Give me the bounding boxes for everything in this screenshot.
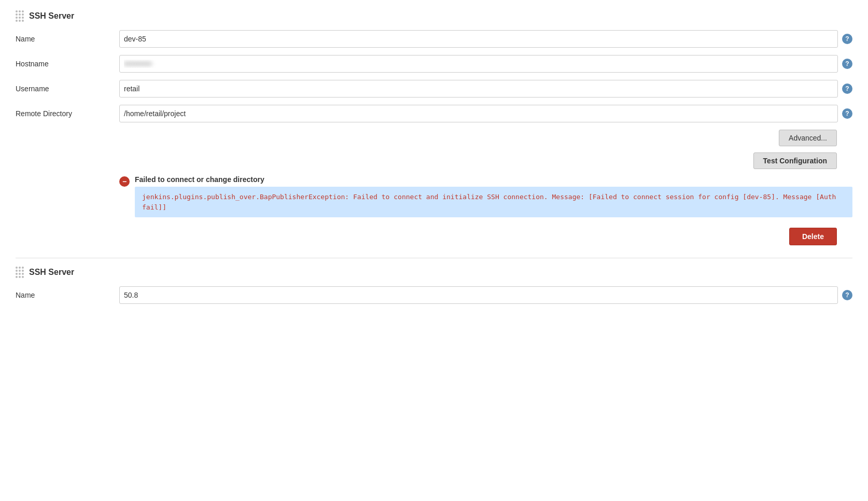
- advanced-button-row: Advanced...: [16, 130, 852, 146]
- username-input[interactable]: [119, 80, 838, 98]
- drag-handle-1[interactable]: [16, 10, 25, 22]
- error-section: − Failed to connect or change directory …: [119, 175, 852, 217]
- remote-directory-row: Remote Directory ?: [16, 105, 852, 122]
- hostname-label: Hostname: [16, 60, 119, 68]
- name-input-wrap: ?: [119, 30, 852, 48]
- advanced-button[interactable]: Advanced...: [779, 130, 837, 146]
- remote-directory-input-wrap: ?: [119, 105, 852, 122]
- name-input[interactable]: [119, 30, 838, 48]
- name-label: Name: [16, 35, 119, 43]
- username-row: Username ?: [16, 80, 852, 98]
- remote-directory-label: Remote Directory: [16, 109, 119, 118]
- name-help-icon[interactable]: ?: [842, 34, 852, 44]
- name-input-wrap-2: ?: [119, 286, 852, 304]
- drag-handle-2[interactable]: [16, 267, 25, 278]
- section-divider: [16, 258, 852, 258]
- page-container: SSH Server Name ? Hostname ? Username ?: [0, 0, 868, 501]
- delete-button[interactable]: Delete: [789, 228, 837, 245]
- username-label: Username: [16, 85, 119, 93]
- name-help-icon-2[interactable]: ?: [842, 290, 852, 300]
- delete-button-row: Delete: [16, 228, 852, 245]
- error-message: jenkins.plugins.publish_over.BapPublishe…: [135, 187, 852, 217]
- name-row-2: Name ?: [16, 286, 852, 304]
- section-title-2: SSH Server: [29, 268, 74, 277]
- error-title: Failed to connect or change directory: [135, 175, 852, 184]
- name-row: Name ?: [16, 30, 852, 48]
- name-input-2[interactable]: [119, 286, 838, 304]
- hostname-input-wrap: ?: [119, 55, 852, 73]
- ssh-server-section-2: SSH Server Name ?: [16, 267, 852, 304]
- remote-directory-input[interactable]: [119, 105, 838, 122]
- ssh-server-section-1: SSH Server Name ? Hostname ? Username ?: [16, 10, 852, 245]
- section-title-1: SSH Server: [29, 11, 74, 21]
- error-content: Failed to connect or change directory je…: [135, 175, 852, 217]
- test-config-button-row: Test Configuration: [16, 152, 852, 169]
- error-icon: −: [119, 176, 130, 187]
- hostname-input[interactable]: [119, 55, 838, 73]
- name-label-2: Name: [16, 291, 119, 299]
- hostname-help-icon[interactable]: ?: [842, 59, 852, 69]
- test-configuration-button[interactable]: Test Configuration: [753, 152, 837, 169]
- hostname-row: Hostname ?: [16, 55, 852, 73]
- section-header-1: SSH Server: [16, 10, 852, 22]
- username-help-icon[interactable]: ?: [842, 84, 852, 94]
- section-header-2: SSH Server: [16, 267, 852, 278]
- username-input-wrap: ?: [119, 80, 852, 98]
- remote-directory-help-icon[interactable]: ?: [842, 108, 852, 119]
